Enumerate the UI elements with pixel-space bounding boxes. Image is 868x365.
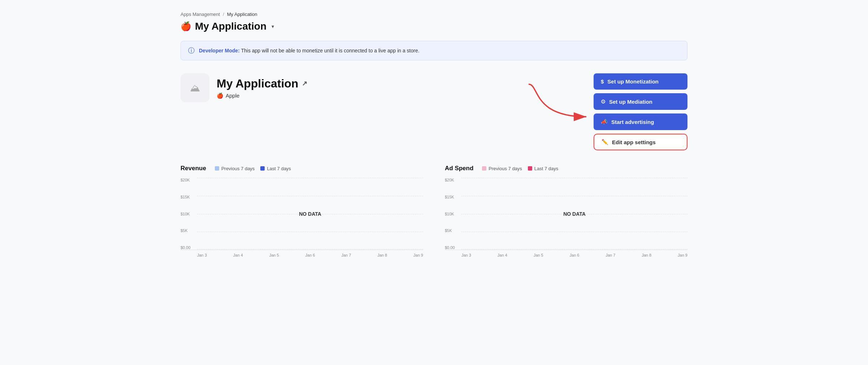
revenue-y-10k: $10K xyxy=(181,212,191,216)
adspend-no-data: NO DATA xyxy=(563,211,586,217)
adspend-plot-area: NO DATA xyxy=(461,178,687,250)
revenue-last-dot xyxy=(260,166,265,171)
revenue-y-labels: $20K $15K $10K $5K $0.00 xyxy=(181,178,191,250)
app-name-text: My Application xyxy=(217,77,298,90)
breadcrumb: Apps Management / My Application xyxy=(181,12,687,17)
edit-app-settings-label: Edit app settings xyxy=(612,139,656,145)
breadcrumb-separator: / xyxy=(223,12,224,17)
setup-mediation-button[interactable]: ⊙ Set up Mediation xyxy=(594,93,687,110)
adspend-x-jan9: Jan 9 xyxy=(678,253,687,257)
gridline-top xyxy=(197,178,423,178)
adspend-x-labels: Jan 3 Jan 4 Jan 5 Jan 6 Jan 7 Jan 8 Jan … xyxy=(445,253,687,257)
adspend-y-0: $0.00 xyxy=(445,245,455,250)
adspend-gridline-25 xyxy=(461,196,687,196)
revenue-x-jan7: Jan 7 xyxy=(341,253,351,257)
adspend-chart: Ad Spend Previous 7 days Last 7 days $20… xyxy=(445,165,687,257)
adspend-y-5k: $5K xyxy=(445,228,455,233)
edit-app-settings-button[interactable]: ✏️ Edit app settings xyxy=(594,134,687,150)
layers-icon: ⊙ xyxy=(601,98,606,105)
adspend-x-jan6: Jan 6 xyxy=(570,253,580,257)
action-buttons: $ Set up Monetization ⊙ Set up Mediation… xyxy=(594,73,687,150)
setup-monetization-label: Set up Monetization xyxy=(607,78,659,85)
dollar-icon: $ xyxy=(601,78,604,85)
charts-section: Revenue Previous 7 days Last 7 days $20K… xyxy=(181,165,687,257)
revenue-last-label: Last 7 days xyxy=(267,166,291,171)
adspend-y-15k: $15K xyxy=(445,195,455,199)
adspend-y-labels: $20K $15K $10K $5K $0.00 xyxy=(445,178,455,250)
breadcrumb-parent[interactable]: Apps Management xyxy=(181,12,220,17)
adspend-x-jan8: Jan 8 xyxy=(642,253,651,257)
revenue-chart-area: $20K $15K $10K $5K $0.00 NO DATA xyxy=(181,178,423,250)
apple-icon: 🍎 xyxy=(181,21,191,31)
revenue-last-legend: Last 7 days xyxy=(260,166,291,171)
revenue-chart-legend: Previous 7 days Last 7 days xyxy=(215,166,291,171)
apple-platform-icon: 🍎 xyxy=(217,93,223,99)
revenue-x-jan3: Jan 3 xyxy=(197,253,207,257)
dropdown-arrow-icon[interactable]: ▾ xyxy=(272,23,274,29)
info-icon: ⓘ xyxy=(188,46,195,55)
revenue-y-20k: $20K xyxy=(181,178,191,182)
revenue-x-jan6: Jan 6 xyxy=(305,253,315,257)
revenue-no-data: NO DATA xyxy=(299,211,321,217)
banner-message: This app will not be able to monetize un… xyxy=(241,48,419,53)
edit-icon: ✏️ xyxy=(602,139,608,145)
app-platform: 🍎 Apple xyxy=(217,93,307,99)
adspend-x-jan5: Jan 5 xyxy=(534,253,543,257)
revenue-x-jan5: Jan 5 xyxy=(269,253,279,257)
adspend-x-jan3: Jan 3 xyxy=(461,253,471,257)
adspend-previous-legend: Previous 7 days xyxy=(482,166,522,171)
adspend-gridline-75 xyxy=(461,232,687,232)
megaphone-icon: 📣 xyxy=(601,119,608,125)
setup-monetization-button[interactable]: $ Set up Monetization xyxy=(594,73,687,90)
revenue-previous-legend: Previous 7 days xyxy=(215,166,255,171)
adspend-last-label: Last 7 days xyxy=(534,166,559,171)
setup-mediation-label: Set up Mediation xyxy=(609,99,652,105)
action-buttons-area: $ Set up Monetization ⊙ Set up Mediation… xyxy=(594,73,687,150)
platform-name: Apple xyxy=(226,93,239,99)
external-link-icon[interactable]: ↗ xyxy=(302,80,307,87)
start-advertising-button[interactable]: 📣 Start advertising xyxy=(594,113,687,130)
adspend-chart-legend: Previous 7 days Last 7 days xyxy=(482,166,558,171)
revenue-y-15k: $15K xyxy=(181,195,191,199)
revenue-plot-area: NO DATA xyxy=(197,178,423,250)
adspend-gridline-top xyxy=(461,178,687,178)
gridline-25 xyxy=(197,196,423,196)
adspend-gridline-bottom xyxy=(461,249,687,249)
adspend-chart-header: Ad Spend Previous 7 days Last 7 days xyxy=(445,165,687,172)
revenue-chart: Revenue Previous 7 days Last 7 days $20K… xyxy=(181,165,423,257)
adspend-chart-area: $20K $15K $10K $5K $0.00 NO DATA xyxy=(445,178,687,250)
adspend-last-legend: Last 7 days xyxy=(528,166,559,171)
page-title: My Application xyxy=(195,21,266,32)
revenue-previous-label: Previous 7 days xyxy=(221,166,255,171)
revenue-previous-dot xyxy=(215,166,219,171)
adspend-previous-dot xyxy=(482,166,486,171)
banner-label: Developer Mode: xyxy=(199,48,240,53)
gridline-bottom xyxy=(197,249,423,249)
app-meta: My Application ↗ 🍎 Apple xyxy=(217,77,307,99)
app-icon-box: ⛰ xyxy=(181,73,209,102)
adspend-x-jan7: Jan 7 xyxy=(606,253,615,257)
app-name-heading: My Application ↗ xyxy=(217,77,307,90)
page-title-row: 🍎 My Application ▾ xyxy=(181,21,687,32)
app-info: ⛰ My Application ↗ 🍎 Apple xyxy=(181,73,307,102)
revenue-y-5k: $5K xyxy=(181,228,191,233)
adspend-y-20k: $20K xyxy=(445,178,455,182)
adspend-chart-title: Ad Spend xyxy=(445,165,473,172)
adspend-last-dot xyxy=(528,166,532,171)
revenue-chart-title: Revenue xyxy=(181,165,206,172)
app-icon-placeholder: ⛰ xyxy=(190,82,200,94)
app-header: ⛰ My Application ↗ 🍎 Apple xyxy=(181,73,687,150)
adspend-previous-label: Previous 7 days xyxy=(489,166,522,171)
developer-mode-banner: ⓘ Developer Mode: This app will not be a… xyxy=(181,41,687,60)
breadcrumb-current: My Application xyxy=(227,12,257,17)
revenue-y-0: $0.00 xyxy=(181,245,191,250)
gridline-75 xyxy=(197,232,423,232)
revenue-x-jan4: Jan 4 xyxy=(233,253,243,257)
banner-text: Developer Mode: This app will not be abl… xyxy=(199,48,420,53)
revenue-x-labels: Jan 3 Jan 4 Jan 5 Jan 6 Jan 7 Jan 8 Jan … xyxy=(181,253,423,257)
adspend-y-10k: $10K xyxy=(445,212,455,216)
red-arrow-annotation xyxy=(525,81,590,125)
revenue-x-jan8: Jan 8 xyxy=(377,253,387,257)
revenue-chart-header: Revenue Previous 7 days Last 7 days xyxy=(181,165,423,172)
adspend-x-jan4: Jan 4 xyxy=(498,253,507,257)
